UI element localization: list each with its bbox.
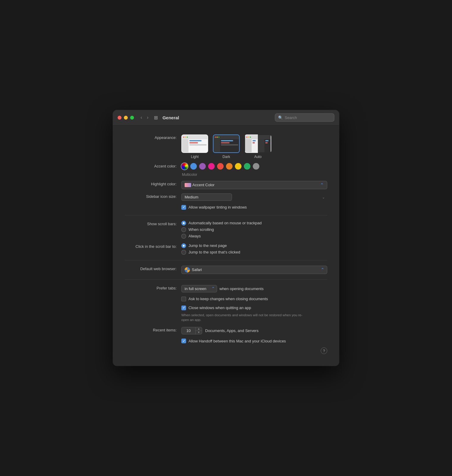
click-scroll-radio-next	[181, 243, 186, 248]
close-button[interactable]	[118, 116, 121, 120]
click-scroll-bar-row: Click in the scroll bar to: Jump to the …	[125, 243, 327, 255]
thumb-titlebar-dark	[213, 135, 239, 139]
thumb-dot-green-d	[218, 137, 219, 138]
scroll-bars-option-always[interactable]: Always	[181, 234, 327, 239]
close-windows-description: When selected, open documents and window…	[181, 313, 306, 322]
default-browser-control: Safari ⌃	[181, 266, 327, 274]
wallpaper-tinting-control: Allow wallpaper tinting in windows	[181, 205, 327, 210]
accent-blue[interactable]	[190, 163, 197, 170]
stepper-down-button[interactable]: ▼	[196, 331, 202, 334]
show-scroll-bars-label: Show scroll bars:	[125, 221, 181, 226]
multicolor-label: Multicolor	[182, 173, 327, 177]
appearance-control: Light	[181, 134, 327, 159]
help-button[interactable]: ?	[321, 347, 327, 354]
highlight-color-select[interactable]: Accent Color ⌃	[181, 181, 327, 189]
appearance-thumb-light	[181, 134, 208, 153]
appearance-option-auto[interactable]: Auto	[244, 134, 271, 159]
forward-button[interactable]: ›	[145, 114, 150, 121]
allow-handoff-control: Allow Handoff between this Mac and your …	[181, 339, 327, 343]
click-scroll-jump-next[interactable]: Jump to the next page	[181, 243, 327, 248]
appearance-label: Appearance:	[125, 134, 181, 140]
allow-handoff-label: Allow Handoff between this Mac and your …	[188, 339, 286, 343]
scroll-bars-option-auto[interactable]: Automatically based on mouse or trackpad	[181, 221, 327, 226]
appearance-options: Light	[181, 134, 327, 159]
highlight-select-text: Accent Color	[192, 183, 320, 187]
ask-keep-changes-label: Ask to keep changes when closing documen…	[188, 297, 268, 301]
appearance-row: Appearance:	[125, 134, 327, 159]
thumb-bar-2	[189, 142, 198, 143]
ask-keep-changes-box	[181, 297, 186, 301]
accent-graphite[interactable]	[253, 163, 259, 170]
close-windows-checkbox[interactable]: Close windows when quitting an app	[181, 306, 327, 310]
scroll-bars-radio-always	[181, 234, 186, 239]
appearance-thumb-auto	[244, 134, 271, 153]
ask-keep-changes-checkbox[interactable]: Ask to keep changes when closing documen…	[181, 297, 327, 301]
accent-purple[interactable]	[199, 163, 206, 170]
click-scroll-bar-label: Click in the scroll bar to:	[125, 243, 181, 249]
divider-2	[125, 260, 327, 260]
close-windows-label: Close windows when quitting an app	[188, 306, 251, 310]
prefer-tabs-after-text: when opening documents	[219, 286, 264, 291]
window: ‹ › ⊞ General 🔍 Appearance:	[113, 110, 339, 366]
scroll-bars-option-when-scrolling[interactable]: When scrolling	[181, 227, 327, 232]
default-browser-label: Default web browser:	[125, 266, 181, 271]
show-scroll-bars-control: Automatically based on mouse or trackpad…	[181, 221, 327, 239]
sidebar-icon-size-row: Sidebar icon size: Small Medium Large	[125, 193, 327, 201]
appearance-option-dark[interactable]: Dark	[213, 134, 240, 159]
thumb-main-light	[188, 139, 208, 153]
highlight-color-row: Highlight color: Accent Color ⌃	[125, 181, 327, 189]
thumb-bar-1	[189, 140, 202, 141]
highlight-color-label: Highlight color:	[125, 181, 181, 186]
highlight-chevron-icon: ⌃	[320, 182, 324, 188]
appearance-option-light[interactable]: Light	[181, 134, 208, 159]
wallpaper-tinting-checkbox[interactable]: Allow wallpaper tinting in windows	[181, 205, 327, 210]
thumb-dot-red-d	[215, 137, 216, 138]
stepper-up-button[interactable]: ▲	[196, 327, 202, 331]
divider-1	[125, 215, 327, 215]
highlight-swatch	[185, 183, 191, 187]
browser-select[interactable]: Safari ⌃	[181, 266, 327, 274]
thumb-bar-3	[189, 144, 207, 145]
minimize-button[interactable]	[124, 116, 128, 120]
thumb-dot-y-a	[248, 137, 249, 138]
close-windows-control: Close windows when quitting an app When …	[181, 306, 327, 322]
click-scroll-jump-spot[interactable]: Jump to the spot that's clicked	[181, 250, 327, 255]
maximize-button[interactable]	[130, 116, 134, 120]
accent-yellow[interactable]	[235, 163, 241, 170]
close-windows-empty	[125, 306, 181, 306]
thumb-body-dark	[213, 139, 239, 153]
back-button[interactable]: ‹	[139, 114, 144, 121]
allow-handoff-checkbox[interactable]: Allow Handoff between this Mac and your …	[181, 339, 327, 343]
titlebar: ‹ › ⊞ General 🔍	[113, 110, 339, 126]
thumb-dot-yellow	[185, 137, 186, 138]
thumb-main-dark	[220, 139, 239, 153]
scroll-bars-label-always: Always	[188, 234, 201, 238]
highlight-color-control: Accent Color ⌃	[181, 181, 327, 189]
thumb-dot-yellow-d	[216, 137, 218, 138]
accent-red[interactable]	[217, 163, 224, 170]
prefer-tabs-control: in full screen ⌃ when opening documents	[181, 285, 327, 292]
prefer-tabs-row: Prefer tabs: in full screen ⌃ when openi…	[125, 285, 327, 292]
sidebar-size-select[interactable]: Small Medium Large	[181, 193, 232, 201]
grid-button[interactable]: ⊞	[152, 114, 160, 122]
recent-items-stepper-wrapper: 10 ▲ ▼ Documents, Apps, and Servers	[181, 327, 327, 334]
thumb-dot-green	[187, 137, 188, 138]
appearance-light-label: Light	[191, 155, 199, 159]
click-scroll-label-next: Jump to the next page	[188, 243, 227, 248]
prefer-tabs-select[interactable]: in full screen ⌃	[181, 285, 217, 292]
sidebar-icon-size-label: Sidebar icon size:	[125, 193, 181, 199]
accent-pink[interactable]	[208, 163, 215, 170]
accent-color-control: Multicolor	[181, 163, 327, 177]
search-input[interactable]	[285, 115, 331, 120]
accent-orange[interactable]	[226, 163, 233, 170]
search-bar: 🔍	[275, 113, 334, 122]
accent-green[interactable]	[244, 163, 250, 170]
recent-items-row: Recent items: 10 ▲ ▼ Documents, Apps, an…	[125, 327, 327, 334]
accent-color-label: Accent color:	[125, 163, 181, 168]
thumb-sidebar-light	[182, 139, 188, 153]
prefer-tabs-value: in full screen	[185, 286, 206, 291]
prefer-tabs-label: Prefer tabs:	[125, 285, 181, 290]
wallpaper-tinting-box	[181, 205, 186, 210]
accent-multicolor[interactable]	[181, 163, 188, 170]
recent-items-desc: Documents, Apps, and Servers	[205, 328, 258, 333]
